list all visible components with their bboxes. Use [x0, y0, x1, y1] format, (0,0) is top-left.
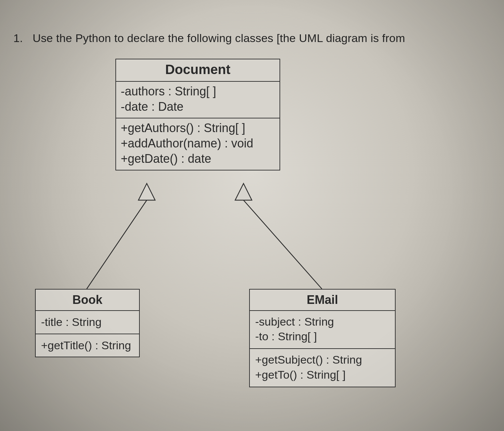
- method-line: +getSubject() : String: [255, 352, 390, 367]
- method-line: +getTitle() : String: [41, 338, 134, 353]
- attributes-document: -authors : String[ ] -date : Date: [116, 82, 280, 118]
- attr-line: -authors : String[ ]: [121, 84, 275, 99]
- attributes-email: -subject : String -to : String[ ]: [250, 311, 395, 349]
- question-prompt: 1. Use the Python to declare the followi…: [13, 32, 405, 45]
- attr-line: -title : String: [41, 315, 134, 330]
- method-line: +addAuthor(name) : void: [121, 136, 275, 151]
- page: 1. Use the Python to declare the followi…: [0, 0, 504, 431]
- attr-line: -date : Date: [121, 99, 275, 114]
- class-name-email: EMail: [250, 290, 395, 311]
- method-line: +getDate() : date: [121, 151, 275, 166]
- methods-document: +getAuthors() : String[ ] +addAuthor(nam…: [116, 118, 280, 170]
- attr-line: -subject : String: [255, 314, 390, 329]
- question-text: Use the Python to declare the following …: [33, 32, 405, 44]
- uml-class-book: Book -title : String +getTitle() : Strin…: [35, 289, 140, 357]
- attributes-book: -title : String: [36, 311, 139, 334]
- generalization-arrow-icon: [138, 183, 155, 200]
- methods-book: +getTitle() : String: [36, 334, 139, 357]
- connector-line: [243, 200, 322, 289]
- uml-class-email: EMail -subject : String -to : String[ ] …: [249, 289, 396, 387]
- method-line: +getTo() : String[ ]: [255, 367, 390, 382]
- class-name-book: Book: [36, 290, 139, 311]
- class-name-document: Document: [116, 59, 280, 82]
- connector-line: [87, 200, 147, 289]
- methods-email: +getSubject() : String +getTo() : String…: [250, 349, 395, 386]
- method-line: +getAuthors() : String[ ]: [121, 120, 275, 136]
- uml-class-document: Document -authors : String[ ] -date : Da…: [115, 59, 280, 170]
- attr-line: -to : String[ ]: [255, 329, 390, 344]
- generalization-arrow-icon: [235, 183, 252, 200]
- question-number: 1.: [13, 32, 29, 45]
